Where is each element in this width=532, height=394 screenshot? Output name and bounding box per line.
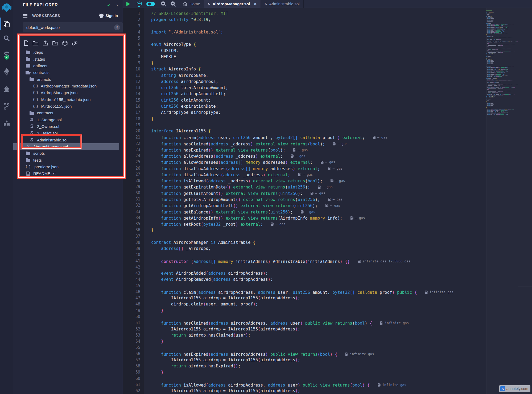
tree-file-IAirdrop1155.json[interactable]: { }IAirdrop1155.json <box>17 103 119 110</box>
line-number: 62 <box>123 388 140 394</box>
code-line-46: 46 function claim(address airdropAddress… <box>123 289 532 295</box>
code-line-35: 35 function setRoot(bytes32 _root) exter… <box>123 221 532 227</box>
line-number: 54 <box>123 338 140 345</box>
github-icon <box>99 14 104 18</box>
line-text: IAirdrop1155 airdrop = IAirdrop1155(aird… <box>151 326 300 332</box>
run-script-icon[interactable] <box>126 2 130 6</box>
line-number: 10 <box>123 66 140 72</box>
tree-item-label: 1_Storage.sol <box>37 118 62 122</box>
line-number: 47 <box>123 295 140 301</box>
annotely-watermark: A annotely.com <box>499 385 530 392</box>
code-line-5: 5 <box>123 35 532 41</box>
folder-icon <box>25 57 31 61</box>
line-number: 12 <box>123 79 140 85</box>
tree-file-.prettierrc.json[interactable]: { }.prettierrc.json <box>17 164 119 170</box>
tree-file-AirdropManager.json[interactable]: { }AirdropManager.json <box>17 89 119 96</box>
line-number: 5 <box>123 35 140 41</box>
line-text: function allowAddresses(address[] memory… <box>151 159 335 166</box>
tree-file-README.txt[interactable]: README.txt <box>17 170 119 177</box>
json-icon: { } <box>33 104 38 108</box>
new-folder-icon[interactable] <box>33 41 38 45</box>
tree-folder-artifacts[interactable]: artifacts <box>17 62 119 69</box>
tab-administrable-sol[interactable]: SAdministrable.sol <box>261 0 304 8</box>
tree-file-2_Owner.sol[interactable]: 2_Owner.sol <box>17 123 119 130</box>
upload-file-icon[interactable] <box>43 40 48 46</box>
ai-robot-icon[interactable] <box>136 1 142 7</box>
code-line-2: 2pragma solidity ^0.8.19; <box>123 17 532 23</box>
line-number: 40 <box>123 252 140 258</box>
ai-toggle[interactable] <box>146 2 155 6</box>
gas-estimate-badge: infinite gas <box>380 320 409 326</box>
line-number: 9 <box>123 60 140 66</box>
line-text: } <box>151 116 154 122</box>
tree-item-label: contracts <box>33 70 50 75</box>
tree-item-label: 2_Owner.sol <box>37 124 59 129</box>
git-icon[interactable] <box>0 101 13 112</box>
code-line-26: 26 function disallowAddresses(address[] … <box>123 165 532 171</box>
remix-logo-icon[interactable] <box>0 2 13 14</box>
line-number: 39 <box>123 246 140 252</box>
tree-file-AirdropManager.sol[interactable]: AirdropManager.sol <box>13 143 119 150</box>
debugger-icon[interactable] <box>0 84 13 95</box>
line-number: 24 <box>123 153 140 159</box>
tree-folder-contracts[interactable]: contracts <box>17 69 119 76</box>
upload-folder-icon[interactable] <box>52 41 58 45</box>
line-number: 28 <box>123 178 140 184</box>
line-number: 11 <box>123 73 140 79</box>
minimap[interactable] <box>486 10 518 116</box>
solidity-compiler-icon[interactable]: ✓ <box>0 49 13 60</box>
line-text: function claim(address airdropAddress, a… <box>151 289 453 296</box>
tab-home[interactable]: Home <box>179 0 204 8</box>
tree-file-1_Storage.sol[interactable]: 1_Storage.sol <box>17 116 119 123</box>
tree-folder-scripts[interactable]: scripts <box>17 150 119 157</box>
line-number: 25 <box>123 159 140 165</box>
tree-folder-contracts[interactable]: contracts <box>17 110 119 116</box>
tree-item-label: AirdropManager.json <box>41 90 77 95</box>
watermark-text: annotely.com <box>506 387 528 391</box>
link-icon[interactable] <box>72 40 78 46</box>
ai-controls <box>133 0 158 8</box>
tab-airdropmanager-sol[interactable]: SAirdropManager.sol✕ <box>204 0 261 8</box>
deploy-run-icon[interactable] <box>0 66 13 77</box>
tree-folder-.states[interactable]: .states <box>17 56 119 62</box>
line-text: pragma solidity ^0.8.19; <box>151 17 211 23</box>
editor-area: HomeSAirdropManager.sol✕SAdministrable.s… <box>123 0 532 394</box>
tree-file-IAirdrop1155_metadata.json[interactable]: { }IAirdrop1155_metadata.json <box>17 96 119 103</box>
code-line-30: 30 function getClaimAmount() external vi… <box>123 190 532 196</box>
scrollbar-handle[interactable] <box>518 287 532 287</box>
github-signin-button[interactable]: Sign in <box>99 14 118 18</box>
file-tree: .deps.statesartifactscontractsartifacts{… <box>17 49 119 177</box>
chevron-right-icon[interactable]: › <box>117 3 118 7</box>
workspace-selector[interactable]: default_workspace ▲▼ <box>23 22 123 32</box>
line-text: address airdropAddress; <box>151 79 218 85</box>
gas-estimate-badge: – gas <box>271 221 286 227</box>
tree-folder-artifacts[interactable]: artifacts <box>17 76 119 82</box>
code-line-24: 24 function allowAddress(address _addres… <box>123 153 532 159</box>
new-file-icon[interactable] <box>24 40 28 46</box>
zoom-in-icon[interactable] <box>170 1 176 7</box>
code-lines: 1// SPDX-License-Identifier: MIT2pragma … <box>123 11 532 394</box>
code-line-8: 8 MERKLE <box>123 54 532 60</box>
tree-folder-.deps[interactable]: .deps <box>17 49 119 56</box>
line-text: function hasExpired(address airdropAddre… <box>151 351 374 358</box>
code-line-55: 55 <box>123 345 532 351</box>
line-number: 42 <box>123 264 140 270</box>
code-line-42: 42 <box>123 264 532 270</box>
tree-file-Administrable.sol[interactable]: Administrable.sol <box>17 136 119 143</box>
line-text: return airdrop.hasExpired(); <box>151 363 241 369</box>
search-icon[interactable] <box>0 33 13 44</box>
menu-icon[interactable] <box>23 14 27 18</box>
zoom-out-icon[interactable] <box>161 1 167 7</box>
code-editor[interactable]: 1// SPDX-License-Identifier: MIT2pragma … <box>123 8 532 394</box>
code-line-23: 23 function hasExpired() external view r… <box>123 147 532 153</box>
code-line-4: 4import "./Administrable.sol"; <box>123 29 532 35</box>
learneth-icon[interactable] <box>0 118 13 129</box>
tree-file-AirdropManager_metadata.json[interactable]: { }AirdropManager_metadata.json <box>17 83 119 89</box>
cube-icon[interactable] <box>62 40 68 46</box>
close-tab-icon[interactable]: ✕ <box>254 2 257 6</box>
file-explorer-icon[interactable] <box>0 19 13 29</box>
code-line-50: 50 <box>123 314 532 320</box>
workspace-caret-icon[interactable]: ▲▼ <box>114 24 120 30</box>
tree-file-3_Ballot.sol[interactable]: 3_Ballot.sol <box>17 130 119 136</box>
tree-folder-tests[interactable]: tests <box>17 157 119 164</box>
